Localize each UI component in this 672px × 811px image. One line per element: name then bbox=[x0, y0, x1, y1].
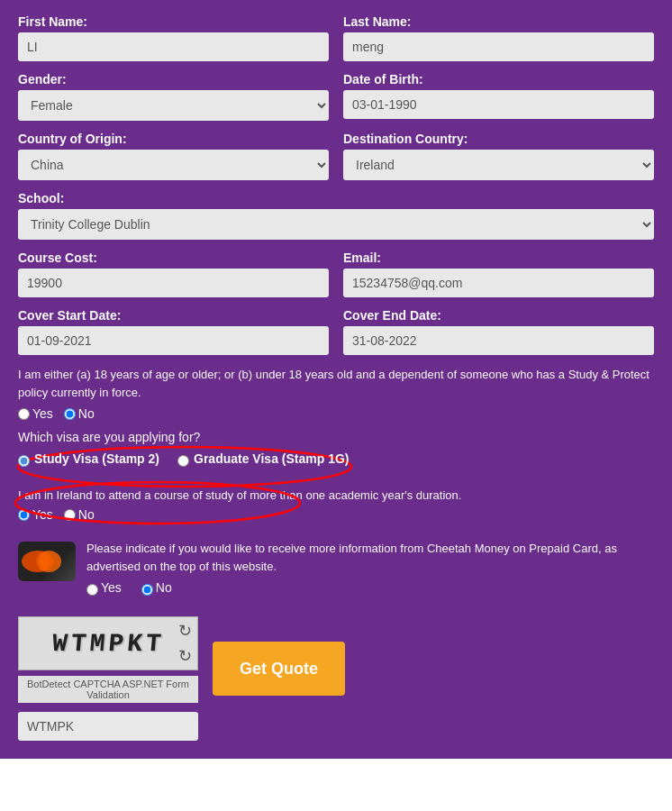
age-yes-label: Yes bbox=[32, 406, 53, 421]
age-no-radio[interactable] bbox=[64, 408, 76, 420]
age-no-label: No bbox=[78, 406, 95, 421]
age-yes-option[interactable]: Yes bbox=[18, 406, 53, 421]
study-visa-radio[interactable] bbox=[18, 455, 30, 467]
visa-question: Which visa are you applying for? bbox=[18, 430, 654, 444]
country-origin-group: Country of Origin: China India Other bbox=[18, 132, 329, 180]
course-cost-input[interactable] bbox=[18, 269, 329, 297]
cost-email-row: Course Cost: Email: bbox=[18, 251, 654, 297]
last-name-input[interactable] bbox=[343, 32, 654, 61]
school-row: School: Trinity College Dublin UCD DCU bbox=[18, 191, 654, 240]
prepaid-text: Please indicate if you would like to rec… bbox=[86, 540, 654, 575]
course-cost-label: Course Cost: bbox=[18, 251, 329, 265]
prepaid-yes-option[interactable]: Yes bbox=[86, 580, 122, 598]
age-no-option[interactable]: No bbox=[64, 406, 95, 421]
country-row: Country of Origin: China India Other Des… bbox=[18, 132, 654, 180]
email-input[interactable] bbox=[343, 269, 654, 297]
ireland-no-radio[interactable] bbox=[64, 509, 76, 521]
age-yes-radio[interactable] bbox=[18, 408, 30, 420]
ireland-declaration-group: I am in Ireland to attend a course of st… bbox=[18, 483, 461, 526]
age-declaration-section: I am either (a) 18 years of age or older… bbox=[18, 366, 654, 421]
age-declaration-text: I am either (a) 18 years of age or older… bbox=[18, 366, 654, 401]
gender-group: Gender: Female Male Other bbox=[18, 72, 329, 121]
country-origin-label: Country of Origin: bbox=[18, 132, 329, 146]
prepaid-section: Please indicate if you would like to rec… bbox=[18, 534, 654, 604]
ireland-no-option[interactable]: No bbox=[64, 507, 95, 522]
visa-section: Which visa are you applying for? Study V… bbox=[18, 430, 654, 470]
prepaid-no-label: No bbox=[156, 580, 172, 595]
ireland-yes-option[interactable]: Yes bbox=[18, 507, 53, 522]
ireland-declaration-text: I am in Ireland to attend a course of st… bbox=[18, 487, 461, 505]
visa-options: Study Visa (Stamp 2) Graduate Visa (Stam… bbox=[18, 451, 349, 469]
email-group: Email: bbox=[343, 251, 654, 297]
prepaid-no-option[interactable]: No bbox=[141, 580, 172, 598]
refresh-top-icon[interactable]: ↻ bbox=[178, 621, 192, 641]
graduate-visa-option[interactable]: Graduate Visa (Stamp 1G) bbox=[177, 451, 349, 469]
refresh-bottom-icon[interactable]: ↻ bbox=[178, 646, 192, 666]
prepaid-yes-label: Yes bbox=[101, 580, 122, 595]
first-name-label: First Name: bbox=[18, 14, 329, 29]
course-cost-group: Course Cost: bbox=[18, 251, 329, 297]
destination-select[interactable]: Ireland UK USA bbox=[343, 150, 654, 180]
prepaid-no-radio[interactable] bbox=[141, 584, 153, 596]
destination-group: Destination Country: Ireland UK USA bbox=[343, 132, 654, 180]
ireland-no-label: No bbox=[78, 507, 95, 522]
cover-dates-row: Cover Start Date: Cover End Date: bbox=[18, 308, 654, 355]
country-origin-select[interactable]: China India Other bbox=[18, 150, 329, 180]
email-label: Email: bbox=[343, 251, 654, 265]
cover-start-group: Cover Start Date: bbox=[18, 308, 329, 355]
ireland-yes-radio[interactable] bbox=[18, 509, 30, 521]
name-row: First Name: Last Name: bbox=[18, 14, 654, 61]
gender-select[interactable]: Female Male Other bbox=[18, 90, 329, 121]
dob-input[interactable] bbox=[343, 90, 654, 119]
study-visa-label: Study Visa (Stamp 2) bbox=[34, 451, 159, 466]
captcha-image-box: WTMPKT ↻ ↻ bbox=[18, 616, 198, 670]
get-quote-button[interactable]: Get Quote bbox=[213, 642, 345, 696]
prepaid-radio-group: Yes No bbox=[86, 580, 654, 598]
cover-start-input[interactable] bbox=[18, 326, 329, 355]
captcha-section: WTMPKT ↻ ↻ BotDetect CAPTCHA ASP.NET For… bbox=[18, 616, 654, 741]
captcha-left-group: WTMPKT ↻ ↻ BotDetect CAPTCHA ASP.NET For… bbox=[18, 616, 198, 741]
destination-label: Destination Country: bbox=[343, 132, 654, 146]
prepaid-yes-radio[interactable] bbox=[86, 584, 98, 596]
cover-end-input[interactable] bbox=[343, 326, 654, 355]
last-name-label: Last Name: bbox=[343, 14, 654, 29]
school-label: School: bbox=[18, 191, 654, 205]
graduate-visa-label: Graduate Visa (Stamp 1G) bbox=[194, 451, 349, 466]
main-form: First Name: Last Name: Gender: Female Ma… bbox=[0, 0, 672, 759]
first-name-input[interactable] bbox=[18, 32, 329, 61]
ireland-section: I am in Ireland to attend a course of st… bbox=[18, 483, 654, 526]
gender-dob-row: Gender: Female Male Other Date of Birth: bbox=[18, 72, 654, 121]
cover-end-group: Cover End Date: bbox=[343, 308, 654, 355]
ireland-yes-label: Yes bbox=[32, 507, 53, 522]
cover-start-label: Cover Start Date: bbox=[18, 308, 329, 323]
dob-label: Date of Birth: bbox=[343, 72, 654, 87]
cover-end-label: Cover End Date: bbox=[343, 308, 654, 323]
last-name-group: Last Name: bbox=[343, 14, 654, 61]
gender-label: Gender: bbox=[18, 72, 329, 87]
prepaid-content: Please indicate if you would like to rec… bbox=[86, 540, 654, 598]
captcha-label: BotDetect CAPTCHA ASP.NET Form Validatio… bbox=[18, 676, 198, 703]
captcha-display-text: WTMPKT bbox=[50, 630, 166, 658]
study-visa-option[interactable]: Study Visa (Stamp 2) bbox=[18, 451, 159, 469]
graduate-visa-radio[interactable] bbox=[177, 455, 189, 467]
school-group: School: Trinity College Dublin UCD DCU bbox=[18, 191, 654, 240]
first-name-group: First Name: bbox=[18, 14, 329, 61]
prepaid-card-icon bbox=[18, 542, 76, 581]
captcha-input[interactable] bbox=[18, 712, 198, 741]
dob-group: Date of Birth: bbox=[343, 72, 654, 121]
age-radio-group: Yes No bbox=[18, 406, 654, 421]
ireland-radio-group: Yes No bbox=[18, 507, 461, 522]
school-select[interactable]: Trinity College Dublin UCD DCU bbox=[18, 209, 654, 240]
